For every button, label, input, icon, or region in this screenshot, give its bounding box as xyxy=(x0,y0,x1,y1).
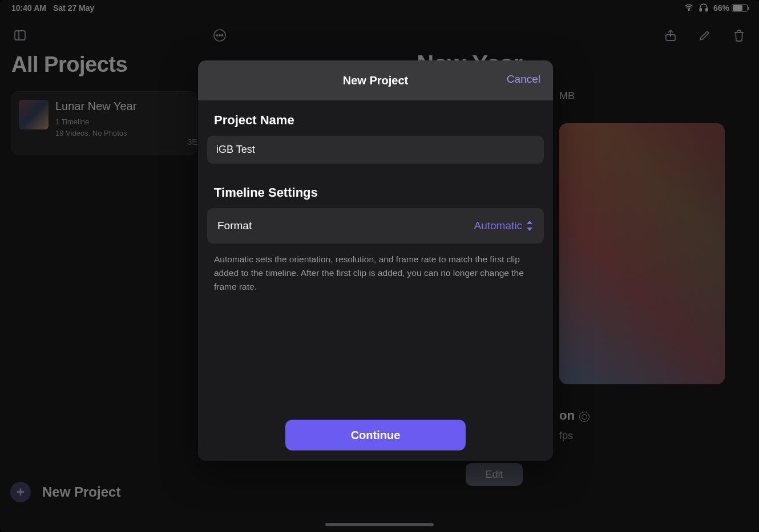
project-name-input[interactable] xyxy=(207,136,544,164)
modal-title: New Project xyxy=(343,74,408,87)
format-value: Automatic xyxy=(474,220,522,232)
timeline-settings-section-label: Timeline Settings xyxy=(214,185,544,200)
chevron-updown-icon xyxy=(526,221,534,231)
new-project-modal: New Project Cancel Project Name Timeline… xyxy=(198,60,553,461)
continue-button[interactable]: Continue xyxy=(285,420,466,450)
format-help-text: Automatic sets the orientation, resoluti… xyxy=(214,253,537,294)
format-selector[interactable]: Format Automatic xyxy=(207,208,544,243)
format-label: Format xyxy=(217,220,252,232)
modal-header: New Project Cancel xyxy=(198,60,553,100)
cancel-button[interactable]: Cancel xyxy=(507,73,540,86)
project-name-section-label: Project Name xyxy=(214,113,544,128)
